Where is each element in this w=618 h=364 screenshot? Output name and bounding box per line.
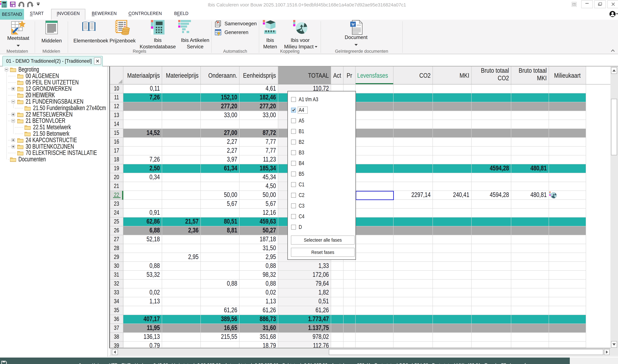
svg-text:W: W [351, 22, 355, 27]
